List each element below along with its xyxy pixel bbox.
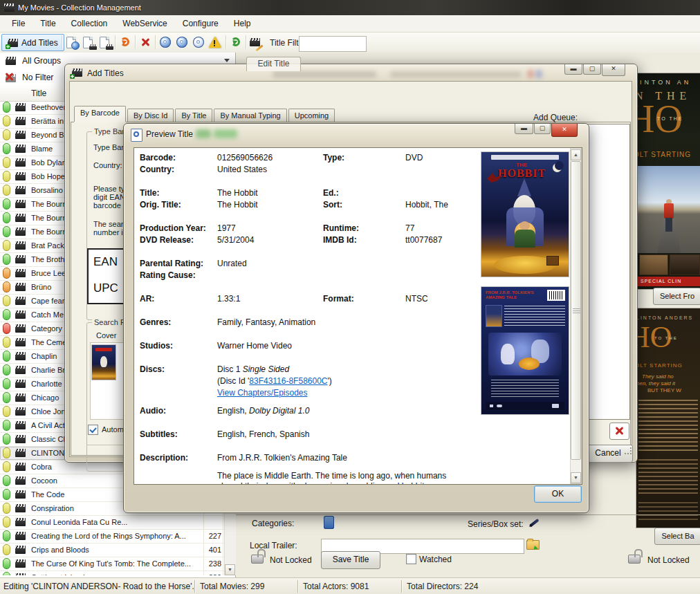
delete-title-icon[interactable] — [138, 35, 153, 50]
tab[interactable]: Upcoming — [288, 109, 335, 122]
scroll-down-icon[interactable]: ▼ — [225, 564, 235, 575]
list-item[interactable]: Crips and Bloods 401 — [0, 544, 235, 557]
disc-user-icon[interactable] — [175, 35, 190, 50]
cover-column-header[interactable]: Cover — [96, 331, 116, 340]
title-clapper-icon — [15, 310, 26, 319]
disc-id-link[interactable]: 83F43116-8F58600C — [249, 376, 327, 386]
upc-sample-label: UPC — [93, 281, 118, 295]
field-label: Description: — [140, 453, 188, 463]
menu-item[interactable]: Title — [33, 17, 63, 30]
chevron-down-icon[interactable] — [224, 59, 230, 62]
not-locked-label: Not Locked — [270, 555, 312, 565]
cover-art-barcode-bars — [549, 291, 563, 299]
title-clapper-icon — [15, 573, 26, 575]
preview-scrollbar[interactable]: ▲ ▼ — [570, 148, 582, 484]
group-selector-label: All Groups — [22, 56, 61, 66]
status-pill — [3, 323, 10, 334]
minimize-button[interactable]: ▬ — [564, 64, 582, 75]
list-item[interactable]: Creating the Lord of the Rings Symphony:… — [0, 530, 235, 544]
scrollbar-thumb[interactable] — [571, 161, 581, 460]
disc-icon[interactable] — [192, 35, 206, 50]
export-web-document-icon[interactable] — [65, 35, 80, 50]
remove-queue-button[interactable] — [609, 423, 629, 440]
categories-icon[interactable] — [324, 516, 334, 529]
tab[interactable]: By Manual Typing — [214, 109, 286, 122]
menu-item[interactable]: Help — [226, 17, 259, 30]
save-document-icon[interactable] — [82, 35, 96, 50]
folder-open-icon[interactable] — [526, 540, 540, 550]
maximize-button[interactable]: ▢ — [583, 64, 601, 75]
cover-art-logo — [490, 405, 493, 407]
auto-add-checkbox[interactable] — [88, 425, 98, 435]
redacted-blur — [535, 70, 542, 78]
field-value: The Hobbit — [217, 188, 258, 198]
warning-icon[interactable] — [208, 35, 223, 50]
status-pill — [3, 115, 10, 127]
country-label: Country: — [93, 161, 122, 169]
disc-id-text: (Disc Id ' — [217, 376, 249, 386]
list-item[interactable]: Conul Leonida Fata Cu Re... — [0, 516, 235, 530]
status-pill — [3, 268, 10, 279]
title-clapper-icon — [15, 338, 26, 346]
status-pill — [3, 572, 10, 575]
menubar: FileTitleCollectionWebServiceConfigureHe… — [0, 15, 700, 33]
title-filter-input[interactable] — [299, 36, 367, 52]
minimize-button[interactable]: ▬ — [515, 124, 533, 134]
title-clapper-icon — [15, 241, 26, 250]
back-cover-heading: FROM J.R.R. TOLKIEN'S — [486, 290, 534, 295]
export-document-icon[interactable] — [98, 35, 113, 50]
field-label: AR: — [140, 294, 154, 304]
field-value: The Hobbit — [217, 200, 258, 210]
menu-item[interactable]: Collection — [64, 17, 116, 30]
groups-clapper-icon — [6, 57, 16, 65]
status-pill — [3, 475, 10, 486]
menu-item[interactable]: Configure — [175, 17, 226, 30]
lock-open-icon[interactable] — [628, 555, 641, 564]
select-back-button[interactable]: Select Ba — [654, 528, 700, 545]
status-total-directors: Total Directors: 224 — [407, 582, 478, 591]
view-chapters-link[interactable]: View Chapters/Episodes — [217, 388, 308, 398]
window-titlebar: My Movies - Collection Management — [0, 0, 700, 15]
close-button[interactable]: ✕ — [551, 124, 578, 137]
list-item[interactable]: Cutthroat Island 280 — [0, 571, 235, 575]
field-label: Audio: — [140, 406, 166, 416]
tab[interactable]: By Barcode — [74, 106, 126, 122]
field-label: Parental Rating: — [140, 259, 203, 268]
resize-grip[interactable] — [625, 447, 632, 454]
menu-item[interactable]: File — [4, 17, 33, 30]
barcode-hint-line: digit EAN — [93, 193, 125, 201]
select-front-button[interactable]: Select Fro — [653, 288, 700, 305]
status-pill — [3, 198, 10, 210]
refresh-covers-icon[interactable] — [118, 35, 133, 50]
save-title-button[interactable]: Save Title — [321, 551, 380, 569]
close-button[interactable]: ✕ — [602, 64, 625, 76]
ok-button[interactable]: OK — [534, 485, 582, 503]
field-value: 1.33:1 — [217, 294, 240, 304]
field-label: Format: — [323, 294, 354, 304]
add-titles-tabs: By BarcodeBy Disc IdBy TitleBy Manual Ty… — [74, 106, 336, 122]
cover-art-barcode — [547, 290, 565, 301]
tab[interactable]: By Disc Id — [127, 109, 174, 122]
title-clapper-icon — [15, 435, 26, 443]
edit-clapper-icon[interactable] — [249, 35, 264, 50]
tab-edit-title[interactable]: Edit Title — [246, 57, 301, 71]
field-value: 1977 — [217, 223, 236, 233]
front-cover-image: LINTON AN N THE HO TO THE OLT STARTING S… — [638, 73, 700, 289]
redacted-green-blur — [196, 129, 211, 138]
add-titles-button[interactable]: Add Titles — [1, 34, 64, 51]
menu-item[interactable]: WebService — [115, 17, 174, 30]
watched-checkbox[interactable] — [406, 554, 416, 564]
lock-open-icon[interactable] — [251, 555, 264, 564]
maximize-button[interactable]: ▢ — [534, 124, 551, 134]
scroll-up-icon[interactable]: ▲ — [571, 149, 581, 160]
status-pill — [3, 420, 10, 431]
disc-arrow-icon[interactable] — [158, 35, 173, 50]
series-pen-icon[interactable] — [529, 519, 539, 527]
scroll-down-icon[interactable]: ▼ — [571, 472, 581, 483]
sync-icon[interactable] — [229, 35, 243, 50]
title-label: Creating the Lord of the Rings Symphony:… — [31, 532, 201, 540]
cover-art-illustration — [488, 333, 562, 375]
preview-dialog-title: Preview Title — [146, 129, 193, 139]
list-item[interactable]: The Curse Of King Tut's Tomb: The Comple… — [0, 557, 235, 571]
tab[interactable]: By Title — [175, 109, 212, 122]
